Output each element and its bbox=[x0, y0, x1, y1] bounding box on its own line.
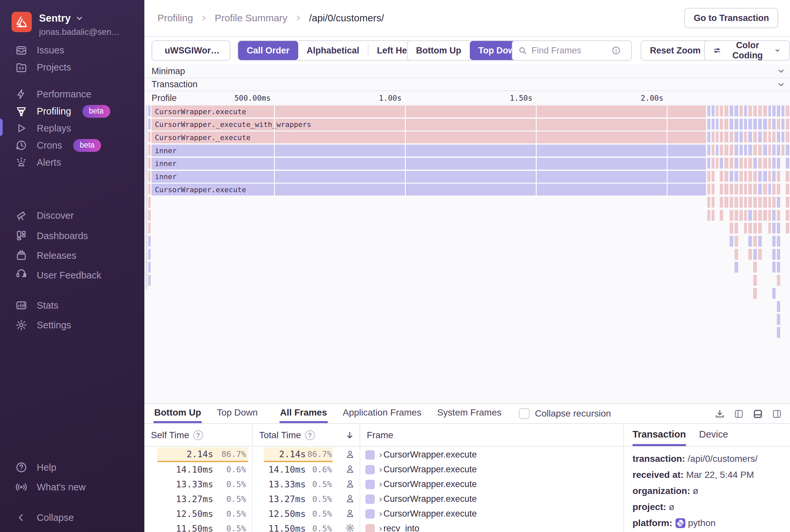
info-icon[interactable] bbox=[612, 46, 621, 55]
tab-top-down[interactable]: Top Down bbox=[216, 404, 259, 423]
total-time-header[interactable]: Total Time ? bbox=[252, 424, 360, 446]
flame-frame-bar-small[interactable] bbox=[148, 132, 151, 142]
flame-frame-bar-small[interactable] bbox=[725, 132, 728, 142]
flame-frame-bar-small[interactable] bbox=[777, 210, 780, 221]
flame-frame-bar-small[interactable] bbox=[720, 106, 723, 116]
flame-frame-bar-small[interactable] bbox=[744, 210, 747, 221]
flame-frame-bar-small[interactable] bbox=[744, 132, 747, 142]
flame-frame-bar-small[interactable] bbox=[148, 197, 151, 208]
flame-frame-bar-small[interactable] bbox=[753, 197, 757, 208]
flame-frame-bar-small[interactable] bbox=[758, 119, 762, 130]
frame-table-row[interactable]: 12.50ms0.5%12.50ms0.5%›CursorWrapper.exe… bbox=[144, 507, 623, 521]
flame-frame-bar-small[interactable] bbox=[716, 158, 719, 169]
flame-frame-bar-small[interactable] bbox=[735, 119, 738, 130]
flame-frame-bar-small[interactable] bbox=[763, 158, 767, 169]
flamegraph-canvas[interactable]: CursorWrapper.executeCursorWrapper._exec… bbox=[144, 106, 790, 403]
flame-frame-bar-small[interactable] bbox=[712, 210, 715, 221]
flame-frame-bar-small[interactable] bbox=[772, 197, 775, 208]
flame-frame-bar-small[interactable] bbox=[748, 249, 752, 260]
flame-frame-bar-small[interactable] bbox=[748, 184, 752, 194]
flame-frame-bar-small[interactable] bbox=[758, 145, 762, 155]
thread-selector-dropdown[interactable]: uWSGIWor… bbox=[152, 40, 230, 61]
question-icon[interactable]: ? bbox=[193, 430, 203, 440]
flame-frame-bar-small[interactable] bbox=[735, 171, 738, 182]
sidebar-item-replays[interactable]: Replays bbox=[0, 120, 144, 137]
flame-frame-bar-small[interactable] bbox=[768, 106, 771, 116]
flame-frame-bar-small[interactable] bbox=[777, 158, 780, 169]
frame-name[interactable]: CursorWrapper.execute bbox=[383, 450, 477, 460]
minimap-section[interactable]: Minimap bbox=[144, 64, 790, 78]
flame-frame-bar-small[interactable] bbox=[720, 119, 723, 130]
expand-chevron-icon[interactable]: › bbox=[379, 464, 382, 475]
collapse-recursion-checkbox[interactable] bbox=[519, 408, 529, 419]
flame-frame-bar-small[interactable] bbox=[712, 197, 715, 208]
direction-bottom-up[interactable]: Bottom Up bbox=[408, 41, 470, 60]
flame-frame-bar-small[interactable] bbox=[777, 106, 780, 116]
flame-frame-bar-small[interactable] bbox=[707, 145, 710, 155]
flame-frame-bar-small[interactable] bbox=[735, 158, 738, 169]
flame-frame-bar-small[interactable] bbox=[763, 132, 767, 142]
flame-frame-bar-small[interactable] bbox=[720, 210, 723, 221]
chevron-down-icon[interactable] bbox=[777, 67, 785, 75]
flame-frame-bar-small[interactable] bbox=[753, 210, 757, 221]
reset-zoom-button[interactable]: Reset Zoom bbox=[641, 40, 710, 61]
flame-frame-bar-small[interactable] bbox=[148, 119, 151, 130]
flame-frame-bar-small[interactable] bbox=[753, 236, 757, 247]
flame-frame-bar-small[interactable] bbox=[712, 158, 715, 169]
flame-frame-bar-small[interactable] bbox=[730, 210, 733, 221]
flame-frame-bar-small[interactable] bbox=[782, 145, 785, 155]
flame-frame-bar-small[interactable] bbox=[763, 184, 767, 194]
frame-table-row[interactable]: 13.33ms0.5%13.33ms0.5%›CursorWrapper.exe… bbox=[144, 477, 623, 492]
flame-frame-bar-small[interactable] bbox=[716, 106, 719, 116]
sidebar-item-projects[interactable]: Projects bbox=[0, 59, 144, 76]
flame-frame-bar-small[interactable] bbox=[739, 210, 742, 221]
flame-frame-bar-small[interactable] bbox=[735, 106, 738, 116]
flame-frame-bar-small[interactable] bbox=[735, 132, 738, 142]
sidebar-item-stats[interactable]: Stats bbox=[0, 297, 144, 314]
download-icon[interactable] bbox=[715, 409, 725, 419]
flame-frame-bar-small[interactable] bbox=[786, 223, 789, 233]
flame-frame-bar-small[interactable] bbox=[748, 158, 752, 169]
flame-frame-bar-small[interactable] bbox=[707, 171, 710, 182]
flame-frame-bar-small[interactable] bbox=[777, 119, 780, 130]
flame-frame-bar-small[interactable] bbox=[730, 132, 733, 142]
flame-frame-bar-small[interactable] bbox=[744, 158, 747, 169]
tab-application-frames[interactable]: Application Frames bbox=[342, 404, 422, 423]
flame-frame-bar-small[interactable] bbox=[707, 119, 710, 130]
flame-frame-bar-small[interactable] bbox=[725, 184, 728, 194]
flame-frame-bar-small[interactable] bbox=[748, 171, 752, 182]
flame-frame-bar-small[interactable] bbox=[744, 223, 747, 233]
flame-frame-bar-small[interactable] bbox=[758, 184, 762, 194]
flame-frame-bar-small[interactable] bbox=[777, 249, 780, 260]
sidebar-item-dashboards[interactable]: Dashboards bbox=[0, 227, 144, 244]
flame-frame-bar-small[interactable] bbox=[753, 184, 757, 194]
flame-frame-bar-small[interactable] bbox=[712, 171, 715, 182]
flame-frame-bar-small[interactable] bbox=[758, 132, 762, 142]
flame-frame-bar-small[interactable] bbox=[777, 145, 780, 155]
flame-frame-bar[interactable]: CursorWrapper.execute bbox=[152, 184, 706, 195]
self-time-header[interactable]: Self Time ? bbox=[144, 424, 252, 446]
flame-frame-bar-small[interactable] bbox=[777, 197, 780, 208]
flame-frame-bar-small[interactable] bbox=[753, 171, 757, 182]
layout-bottom-icon[interactable] bbox=[753, 409, 763, 419]
flame-frame-bar-small[interactable] bbox=[763, 171, 767, 182]
search-input[interactable] bbox=[531, 45, 607, 56]
flame-frame-bar-small[interactable] bbox=[777, 132, 780, 142]
sidebar-item-help[interactable]: Help bbox=[0, 459, 144, 476]
flame-frame-bar-small[interactable] bbox=[716, 119, 719, 130]
expand-chevron-icon[interactable]: › bbox=[379, 524, 382, 532]
flame-frame-bar-small[interactable] bbox=[712, 119, 715, 130]
frame-name[interactable]: CursorWrapper.execute bbox=[383, 509, 477, 519]
flame-frame-bar-small[interactable] bbox=[753, 262, 757, 272]
flame-frame-bar-small[interactable] bbox=[739, 119, 742, 130]
flame-frame-bar-small[interactable] bbox=[763, 197, 767, 208]
flame-frame-bar-small[interactable] bbox=[744, 171, 747, 182]
flame-frame-bar-small[interactable] bbox=[725, 106, 728, 116]
flame-frame-bar-small[interactable] bbox=[739, 171, 742, 182]
flame-frame-bar-small[interactable] bbox=[763, 145, 767, 155]
flame-frame-bar-small[interactable] bbox=[753, 145, 757, 155]
flame-frame-bar-small[interactable] bbox=[786, 145, 789, 155]
flame-frame-bar-small[interactable] bbox=[772, 132, 775, 142]
flame-frame-bar-small[interactable] bbox=[739, 132, 742, 142]
flame-frame-bar-small[interactable] bbox=[753, 223, 757, 233]
